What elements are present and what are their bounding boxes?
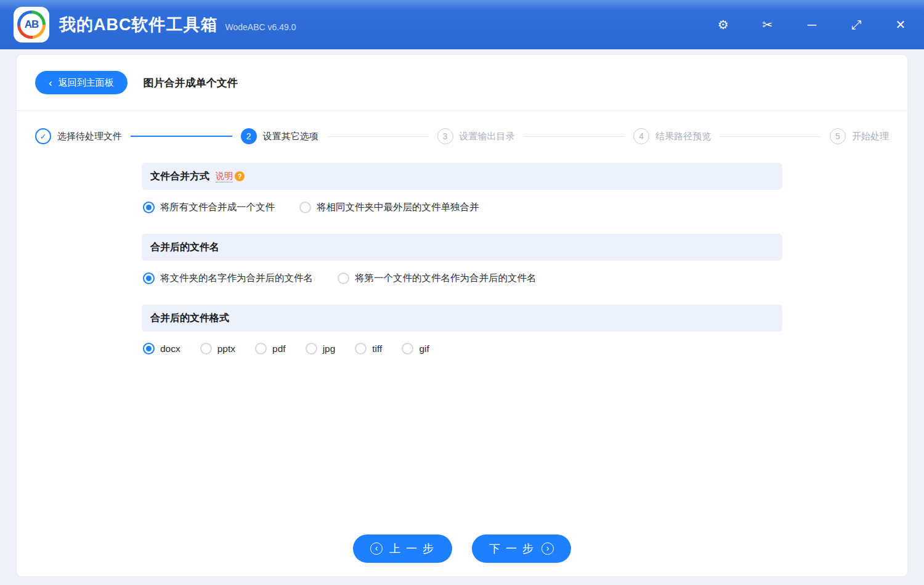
next-step-label: 下 一 步 <box>489 541 535 556</box>
main-panel: ‹ 返回到主面板 图片合并成单个文件 ✓ 选择待处理文件 2 设置其它选项 3 … <box>17 55 907 576</box>
option-label: jpg <box>323 343 336 354</box>
step-3-label: 设置输出目录 <box>460 131 515 142</box>
step-connector-2 <box>327 136 429 137</box>
step-connector-1 <box>131 136 232 137</box>
app-version: WodeABC v6.49.0 <box>225 22 296 33</box>
section-title: 文件合并方式 <box>150 170 209 183</box>
radio-option-gif[interactable]: gif <box>402 343 429 354</box>
step-2-number: 2 <box>241 128 257 144</box>
titlebar: AB 我的ABC软件工具箱 WodeABC v6.49.0 ⚙ ✂ ─ ⤢ ✕ <box>0 0 924 49</box>
filename-options: 将文件夹的名字作为合并后的文件名 将第一个文件的文件名作为合并后的文件名 <box>142 261 782 297</box>
radio-button[interactable] <box>200 343 212 354</box>
page-title: 图片合并成单个文件 <box>144 76 238 90</box>
step-4-label: 结果路径预览 <box>655 131 711 142</box>
close-button[interactable]: ✕ <box>893 18 908 31</box>
format-options: docx pptx pdf jpg tiff <box>142 332 782 367</box>
radio-button-selected[interactable] <box>143 272 155 284</box>
section-header-merge-mode: 文件合并方式 说明 ? <box>142 163 782 190</box>
radio-option-docx[interactable]: docx <box>143 343 180 354</box>
step-5-label: 开始处理 <box>852 131 889 142</box>
app-logo: AB <box>14 7 49 43</box>
step-1-label: 选择待处理文件 <box>57 131 122 142</box>
radio-option-tiff[interactable]: tiff <box>355 343 382 354</box>
radio-button-selected[interactable] <box>143 202 155 213</box>
arrow-left-circle-icon: ‹ <box>370 542 383 555</box>
settings-gear-icon[interactable]: ⚙ <box>716 18 731 31</box>
scissors-icon[interactable]: ✂ <box>760 18 775 31</box>
option-label: pptx <box>217 343 235 354</box>
radio-option-first-file-name[interactable]: 将第一个文件的文件名作为合并后的文件名 <box>338 272 537 285</box>
radio-option-jpg[interactable]: jpg <box>306 343 336 354</box>
back-to-dashboard-button[interactable]: ‹ 返回到主面板 <box>35 71 128 94</box>
title-group: 我的ABC软件工具箱 WodeABC v6.49.0 <box>59 17 296 33</box>
option-label: docx <box>160 343 180 354</box>
step-4-number: 4 <box>633 128 649 144</box>
step-3-number: 3 <box>437 128 453 144</box>
radio-button[interactable] <box>255 343 267 354</box>
options-sections: 文件合并方式 说明 ? 将所有文件合并成一个文件 将相同文件夹中最外层的文件单独… <box>142 163 782 367</box>
radio-button[interactable] <box>355 343 367 354</box>
section-title: 合并后的文件名 <box>150 241 219 254</box>
radio-option-pptx[interactable]: pptx <box>200 343 235 354</box>
help-question-icon[interactable]: ? <box>235 171 245 181</box>
radio-button[interactable] <box>338 272 349 284</box>
option-label: gif <box>419 343 429 354</box>
radio-option-merge-all[interactable]: 将所有文件合并成一个文件 <box>143 201 275 214</box>
step-item-1: ✓ 选择待处理文件 <box>35 128 122 144</box>
radio-button[interactable] <box>402 343 413 354</box>
previous-step-label: 上 一 步 <box>389 541 435 556</box>
step-item-5: 5 开始处理 <box>830 128 889 144</box>
page-background: ‹ 返回到主面板 图片合并成单个文件 ✓ 选择待处理文件 2 设置其它选项 3 … <box>0 49 924 585</box>
option-label: 将文件夹的名字作为合并后的文件名 <box>160 272 313 285</box>
section-header-format: 合并后的文件格式 <box>142 305 782 332</box>
radio-option-pdf[interactable]: pdf <box>255 343 286 354</box>
radio-button-selected[interactable] <box>143 343 155 354</box>
divider <box>17 110 907 111</box>
merge-mode-options: 将所有文件合并成一个文件 将相同文件夹中最外层的文件单独合并 <box>142 190 782 226</box>
section-title: 合并后的文件格式 <box>150 312 229 325</box>
step-item-3: 3 设置输出目录 <box>437 128 515 144</box>
radio-button[interactable] <box>306 343 317 354</box>
header-row: ‹ 返回到主面板 图片合并成单个文件 <box>35 55 889 94</box>
option-label: tiff <box>372 343 382 354</box>
next-step-button[interactable]: 下 一 步 › <box>472 534 571 563</box>
logo-text: AB <box>20 14 43 36</box>
step-item-2: 2 设置其它选项 <box>241 128 318 144</box>
chevron-left-icon: ‹ <box>49 78 52 88</box>
option-label: 将所有文件合并成一个文件 <box>160 201 275 214</box>
app-title: 我的ABC软件工具箱 <box>59 17 218 33</box>
help-link[interactable]: 说明 <box>216 170 233 182</box>
minimize-button[interactable]: ─ <box>804 18 819 31</box>
wizard-footer: ‹ 上 一 步 下 一 步 › <box>17 534 907 563</box>
step-5-number: 5 <box>830 128 846 144</box>
step-connector-3 <box>524 136 625 137</box>
option-label: pdf <box>272 343 286 354</box>
maximize-button[interactable]: ⤢ <box>849 18 864 31</box>
window-controls: ⚙ ✂ ─ ⤢ ✕ <box>716 18 908 31</box>
section-header-filename: 合并后的文件名 <box>142 234 782 261</box>
radio-button[interactable] <box>299 202 311 213</box>
radio-option-folder-name[interactable]: 将文件夹的名字作为合并后的文件名 <box>143 272 313 285</box>
radio-option-merge-by-folder[interactable]: 将相同文件夹中最外层的文件单独合并 <box>299 201 479 214</box>
option-label: 将相同文件夹中最外层的文件单独合并 <box>317 201 479 214</box>
back-button-label: 返回到主面板 <box>59 77 114 89</box>
step-1-check-icon: ✓ <box>35 128 51 144</box>
step-item-4: 4 结果路径预览 <box>633 128 711 144</box>
logo-ring-icon: AB <box>17 10 46 39</box>
step-wizard: ✓ 选择待处理文件 2 设置其它选项 3 设置输出目录 4 结果路径预览 5 开 <box>35 128 889 144</box>
arrow-right-circle-icon: › <box>541 542 554 555</box>
option-label: 将第一个文件的文件名作为合并后的文件名 <box>355 272 537 285</box>
step-connector-4 <box>719 136 821 137</box>
previous-step-button[interactable]: ‹ 上 一 步 <box>353 534 452 563</box>
step-2-label: 设置其它选项 <box>263 131 318 142</box>
